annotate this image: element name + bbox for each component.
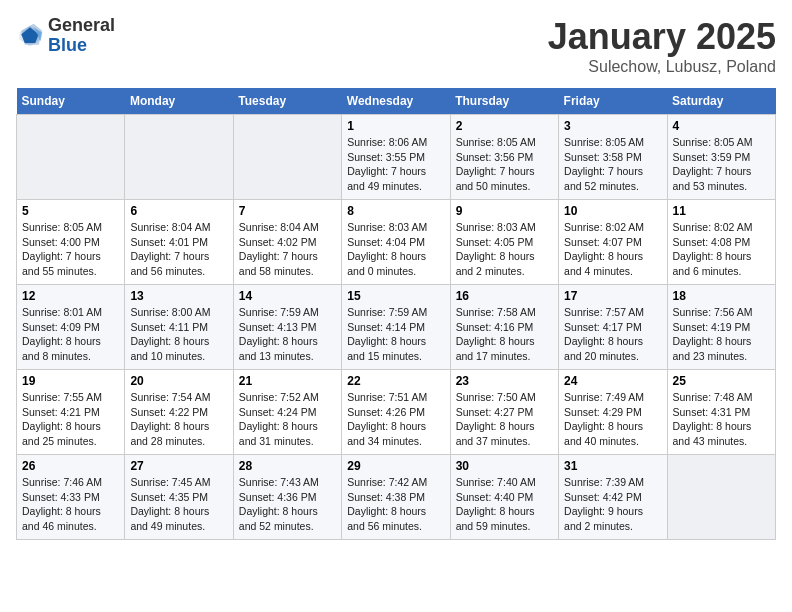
calendar-week-4: 19Sunrise: 7:55 AMSunset: 4:21 PMDayligh…	[17, 370, 776, 455]
cell-info: Sunrise: 8:06 AMSunset: 3:55 PMDaylight:…	[347, 135, 444, 194]
calendar-cell: 11Sunrise: 8:02 AMSunset: 4:08 PMDayligh…	[667, 200, 775, 285]
calendar-cell: 26Sunrise: 7:46 AMSunset: 4:33 PMDayligh…	[17, 455, 125, 540]
cell-info: Sunrise: 7:45 AMSunset: 4:35 PMDaylight:…	[130, 475, 227, 534]
calendar-cell: 28Sunrise: 7:43 AMSunset: 4:36 PMDayligh…	[233, 455, 341, 540]
logo: General Blue	[16, 16, 115, 56]
title-block: January 2025 Sulechow, Lubusz, Poland	[548, 16, 776, 76]
cell-info: Sunrise: 8:02 AMSunset: 4:08 PMDaylight:…	[673, 220, 770, 279]
calendar-week-2: 5Sunrise: 8:05 AMSunset: 4:00 PMDaylight…	[17, 200, 776, 285]
day-number: 18	[673, 289, 770, 303]
day-number: 9	[456, 204, 553, 218]
day-number: 15	[347, 289, 444, 303]
calendar-cell: 4Sunrise: 8:05 AMSunset: 3:59 PMDaylight…	[667, 115, 775, 200]
cell-info: Sunrise: 8:04 AMSunset: 4:01 PMDaylight:…	[130, 220, 227, 279]
day-number: 29	[347, 459, 444, 473]
day-number: 30	[456, 459, 553, 473]
header-day-thursday: Thursday	[450, 88, 558, 115]
day-number: 2	[456, 119, 553, 133]
cell-info: Sunrise: 7:50 AMSunset: 4:27 PMDaylight:…	[456, 390, 553, 449]
cell-info: Sunrise: 7:56 AMSunset: 4:19 PMDaylight:…	[673, 305, 770, 364]
day-number: 20	[130, 374, 227, 388]
calendar-cell: 14Sunrise: 7:59 AMSunset: 4:13 PMDayligh…	[233, 285, 341, 370]
calendar-cell: 22Sunrise: 7:51 AMSunset: 4:26 PMDayligh…	[342, 370, 450, 455]
calendar-cell: 9Sunrise: 8:03 AMSunset: 4:05 PMDaylight…	[450, 200, 558, 285]
day-number: 19	[22, 374, 119, 388]
calendar-body: 1Sunrise: 8:06 AMSunset: 3:55 PMDaylight…	[17, 115, 776, 540]
calendar-cell: 3Sunrise: 8:05 AMSunset: 3:58 PMDaylight…	[559, 115, 667, 200]
calendar-cell: 15Sunrise: 7:59 AMSunset: 4:14 PMDayligh…	[342, 285, 450, 370]
calendar-week-3: 12Sunrise: 8:01 AMSunset: 4:09 PMDayligh…	[17, 285, 776, 370]
cell-info: Sunrise: 7:48 AMSunset: 4:31 PMDaylight:…	[673, 390, 770, 449]
header-row: SundayMondayTuesdayWednesdayThursdayFrid…	[17, 88, 776, 115]
calendar-cell: 27Sunrise: 7:45 AMSunset: 4:35 PMDayligh…	[125, 455, 233, 540]
cell-info: Sunrise: 7:49 AMSunset: 4:29 PMDaylight:…	[564, 390, 661, 449]
logo-blue-text: Blue	[48, 35, 87, 55]
day-number: 11	[673, 204, 770, 218]
calendar-week-5: 26Sunrise: 7:46 AMSunset: 4:33 PMDayligh…	[17, 455, 776, 540]
calendar-cell: 5Sunrise: 8:05 AMSunset: 4:00 PMDaylight…	[17, 200, 125, 285]
calendar-cell: 12Sunrise: 8:01 AMSunset: 4:09 PMDayligh…	[17, 285, 125, 370]
cell-info: Sunrise: 7:46 AMSunset: 4:33 PMDaylight:…	[22, 475, 119, 534]
cell-info: Sunrise: 8:05 AMSunset: 4:00 PMDaylight:…	[22, 220, 119, 279]
day-number: 14	[239, 289, 336, 303]
calendar-cell: 18Sunrise: 7:56 AMSunset: 4:19 PMDayligh…	[667, 285, 775, 370]
header-day-tuesday: Tuesday	[233, 88, 341, 115]
cell-info: Sunrise: 8:01 AMSunset: 4:09 PMDaylight:…	[22, 305, 119, 364]
cell-info: Sunrise: 7:57 AMSunset: 4:17 PMDaylight:…	[564, 305, 661, 364]
cell-info: Sunrise: 7:43 AMSunset: 4:36 PMDaylight:…	[239, 475, 336, 534]
cell-info: Sunrise: 7:40 AMSunset: 4:40 PMDaylight:…	[456, 475, 553, 534]
calendar-cell	[125, 115, 233, 200]
month-title: January 2025	[548, 16, 776, 58]
page-header: General Blue January 2025 Sulechow, Lubu…	[16, 16, 776, 76]
calendar-header: SundayMondayTuesdayWednesdayThursdayFrid…	[17, 88, 776, 115]
header-day-friday: Friday	[559, 88, 667, 115]
cell-info: Sunrise: 7:54 AMSunset: 4:22 PMDaylight:…	[130, 390, 227, 449]
day-number: 26	[22, 459, 119, 473]
calendar-cell: 16Sunrise: 7:58 AMSunset: 4:16 PMDayligh…	[450, 285, 558, 370]
calendar-cell: 21Sunrise: 7:52 AMSunset: 4:24 PMDayligh…	[233, 370, 341, 455]
cell-info: Sunrise: 8:03 AMSunset: 4:04 PMDaylight:…	[347, 220, 444, 279]
header-day-sunday: Sunday	[17, 88, 125, 115]
cell-info: Sunrise: 8:04 AMSunset: 4:02 PMDaylight:…	[239, 220, 336, 279]
day-number: 16	[456, 289, 553, 303]
calendar-cell	[667, 455, 775, 540]
calendar-cell	[17, 115, 125, 200]
calendar-cell: 31Sunrise: 7:39 AMSunset: 4:42 PMDayligh…	[559, 455, 667, 540]
cell-info: Sunrise: 7:51 AMSunset: 4:26 PMDaylight:…	[347, 390, 444, 449]
calendar-cell: 6Sunrise: 8:04 AMSunset: 4:01 PMDaylight…	[125, 200, 233, 285]
day-number: 27	[130, 459, 227, 473]
day-number: 10	[564, 204, 661, 218]
location-subtitle: Sulechow, Lubusz, Poland	[548, 58, 776, 76]
calendar-table: SundayMondayTuesdayWednesdayThursdayFrid…	[16, 88, 776, 540]
cell-info: Sunrise: 8:03 AMSunset: 4:05 PMDaylight:…	[456, 220, 553, 279]
cell-info: Sunrise: 7:58 AMSunset: 4:16 PMDaylight:…	[456, 305, 553, 364]
calendar-cell	[233, 115, 341, 200]
calendar-cell: 29Sunrise: 7:42 AMSunset: 4:38 PMDayligh…	[342, 455, 450, 540]
cell-info: Sunrise: 8:02 AMSunset: 4:07 PMDaylight:…	[564, 220, 661, 279]
day-number: 3	[564, 119, 661, 133]
cell-info: Sunrise: 8:05 AMSunset: 3:56 PMDaylight:…	[456, 135, 553, 194]
calendar-cell: 7Sunrise: 8:04 AMSunset: 4:02 PMDaylight…	[233, 200, 341, 285]
cell-info: Sunrise: 7:39 AMSunset: 4:42 PMDaylight:…	[564, 475, 661, 534]
day-number: 8	[347, 204, 444, 218]
calendar-cell: 1Sunrise: 8:06 AMSunset: 3:55 PMDaylight…	[342, 115, 450, 200]
calendar-cell: 17Sunrise: 7:57 AMSunset: 4:17 PMDayligh…	[559, 285, 667, 370]
day-number: 4	[673, 119, 770, 133]
cell-info: Sunrise: 7:59 AMSunset: 4:13 PMDaylight:…	[239, 305, 336, 364]
day-number: 17	[564, 289, 661, 303]
day-number: 13	[130, 289, 227, 303]
day-number: 23	[456, 374, 553, 388]
calendar-cell: 24Sunrise: 7:49 AMSunset: 4:29 PMDayligh…	[559, 370, 667, 455]
calendar-cell: 20Sunrise: 7:54 AMSunset: 4:22 PMDayligh…	[125, 370, 233, 455]
cell-info: Sunrise: 8:00 AMSunset: 4:11 PMDaylight:…	[130, 305, 227, 364]
cell-info: Sunrise: 8:05 AMSunset: 3:58 PMDaylight:…	[564, 135, 661, 194]
day-number: 25	[673, 374, 770, 388]
day-number: 7	[239, 204, 336, 218]
calendar-cell: 30Sunrise: 7:40 AMSunset: 4:40 PMDayligh…	[450, 455, 558, 540]
calendar-cell: 2Sunrise: 8:05 AMSunset: 3:56 PMDaylight…	[450, 115, 558, 200]
calendar-cell: 25Sunrise: 7:48 AMSunset: 4:31 PMDayligh…	[667, 370, 775, 455]
calendar-cell: 19Sunrise: 7:55 AMSunset: 4:21 PMDayligh…	[17, 370, 125, 455]
header-day-saturday: Saturday	[667, 88, 775, 115]
cell-info: Sunrise: 7:42 AMSunset: 4:38 PMDaylight:…	[347, 475, 444, 534]
calendar-cell: 8Sunrise: 8:03 AMSunset: 4:04 PMDaylight…	[342, 200, 450, 285]
